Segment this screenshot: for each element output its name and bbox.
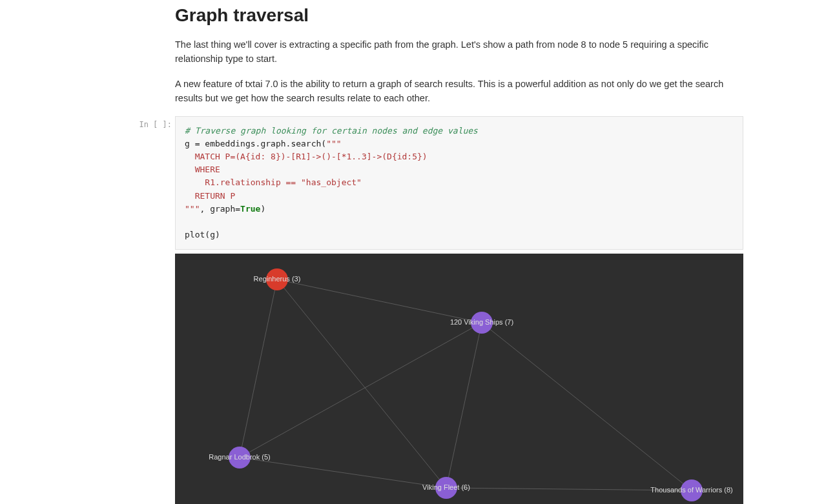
code-text: plot(g) [185,230,220,239]
graph-svg: Reginherus (3)120 Viking Ships (7)Ragnar… [175,254,742,504]
code-text: , graph [200,204,235,214]
code-string: R1.relationship == "has_object" [185,177,362,187]
code-string: WHERE [185,165,220,174]
code-block[interactable]: # Traverse graph looking for certain nod… [175,116,743,250]
code-string: MATCH P=(A{id: 8})-[R1]->()-[*1..3]->(D{… [185,152,428,161]
page-title: Graph traversal [175,5,743,26]
graph-edge [277,279,446,488]
input-prompt: In [ ]: [136,120,172,129]
code-text: g [185,139,195,148]
code-text: = [235,204,240,214]
code-string: RETURN P [185,191,235,201]
code-cell[interactable]: In [ ]: # Traverse graph looking for cer… [175,116,743,250]
code-string: """ [185,204,200,214]
code-text: search( [291,139,326,148]
code-keyword: True [240,204,260,214]
code-string: """ [326,139,341,148]
graph-edge [240,323,482,458]
graph-node-label: 120 Viking Ships (7) [450,318,513,326]
code-text: graph [260,139,285,148]
graph-edge [277,279,482,323]
code-text: ) [260,204,265,214]
graph-node-label: Thousands of Warriors (8) [650,486,732,494]
graph-edge [446,323,482,488]
graph-edge [240,279,277,458]
graph-node-label: Ragnar Lodbrok (5) [209,453,270,461]
intro-paragraph-2: A new feature of txtai 7.0 is the abilit… [175,77,743,106]
graph-node-label: Reginherus (3) [254,275,301,283]
graph-edge [482,323,692,490]
graph-output: Reginherus (3)120 Viking Ships (7)Ragnar… [175,254,743,504]
graph-edge [240,458,446,488]
code-text: embeddings [200,139,255,148]
code-comment: # Traverse graph looking for certain nod… [185,126,478,136]
graph-node-label: Viking Fleet (6) [422,483,470,491]
intro-paragraph-1: The last thing we'll cover is extracting… [175,37,743,66]
